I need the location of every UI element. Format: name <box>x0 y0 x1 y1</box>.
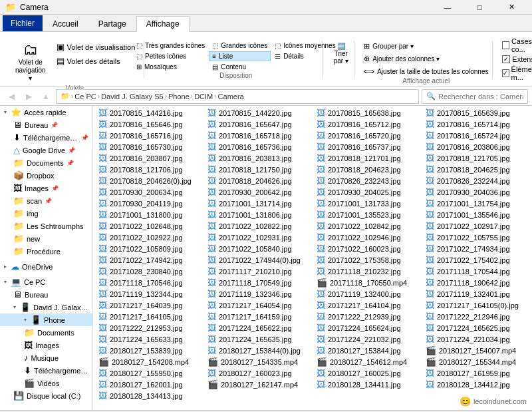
file-item[interactable]: 🖼20170930_200634.jpg <box>94 186 203 198</box>
tab-partage[interactable]: Partage <box>88 15 136 31</box>
file-item[interactable]: 🖼20171224_165625.jpg <box>422 322 531 333</box>
minimize-button[interactable]: — <box>432 0 463 15</box>
file-item[interactable]: 🖼20170816_203813.jpg <box>203 152 313 164</box>
file-item[interactable]: 🖼20170815_144216.jpg <box>94 107 203 118</box>
file-item[interactable]: 🖼20171001_131806.jpg <box>203 209 313 220</box>
petites-button[interactable]: ⬚ Petites icônes <box>133 51 208 61</box>
sidebar-item-schtroumphs[interactable]: 📁 Les Schtroumphs <box>0 220 92 232</box>
file-item[interactable]: 🖼20171217_164159.jpg <box>203 311 313 322</box>
file-item[interactable]: 🎬20171118_170550.mp4 <box>313 277 422 288</box>
file-item[interactable]: 🖼20180127_162001.jpg <box>94 379 203 390</box>
file-item[interactable]: 🖼20170930_204119.jpg <box>94 198 203 209</box>
file-item[interactable]: 🖼20170930_204036.jpg <box>422 186 531 198</box>
file-item[interactable]: 🖼20170818_204625.jpg <box>422 164 531 175</box>
file-item[interactable]: 🖼20170816_165714.jpg <box>422 118 531 130</box>
file-item[interactable]: 🖼20171224_221034.jpg <box>422 333 531 345</box>
grandes-button[interactable]: ⬚ Grandes icônes <box>209 41 271 51</box>
file-item[interactable]: 🖼20170815_165638.jpg <box>313 107 422 118</box>
file-item[interactable]: 🖼20171118_210232.jpg <box>313 266 422 277</box>
ajouter-colonnes-button[interactable]: ⊕ Ajouter des colonnes ▾ <box>360 53 443 65</box>
sidebar-item-docs2[interactable]: 📁 Documents <box>0 326 92 339</box>
file-item[interactable]: 🎬20180127_154612.mp4 <box>313 356 422 367</box>
search-box[interactable]: 🔍 <box>422 89 528 104</box>
file-item[interactable]: 🖼20180128_134412.jpg <box>422 379 531 390</box>
file-item[interactable]: 🖼20170818_121701.jpg <box>313 152 422 164</box>
file-item[interactable]: 🖼20171028_230840.jpg <box>94 266 203 277</box>
file-item[interactable]: 🖼20170816_165736.jpg <box>203 141 313 152</box>
file-item[interactable]: 🖼20170930_200642.jpg <box>203 186 313 198</box>
sidebar-item-img[interactable]: 📁 img <box>0 207 92 220</box>
file-item[interactable]: 🖼20171022_102917.jpg <box>422 220 531 232</box>
grouper-button[interactable]: ⊞ Grouper par ▾ <box>360 41 417 52</box>
file-item[interactable]: 🖼20171001_135523.jpg <box>313 209 422 220</box>
trier-button[interactable]: 🔤 Trier par ▾ <box>331 41 352 67</box>
file-item[interactable]: 🖼20170815_165639.jpg <box>422 107 531 118</box>
back-button[interactable]: ◀ <box>4 89 19 104</box>
file-item[interactable]: 🖼20170816_165724.jpg <box>422 130 531 141</box>
sidebar-item-phone[interactable]: ▾ 📱 Phone <box>0 313 92 326</box>
file-item[interactable]: 🖼20180128_134411.jpg <box>313 379 422 390</box>
file-item[interactable]: 🖼20171022_102931.jpg <box>203 232 313 243</box>
file-item[interactable]: 🖼20170816_165647.jpg <box>203 118 313 130</box>
file-item[interactable]: 🖼20180127_161959.jpg <box>422 367 531 379</box>
sidebar-item-procedure[interactable]: 📁 Procédure <box>0 245 92 258</box>
file-item[interactable]: 🖼20171118_190642.jpg <box>422 277 531 288</box>
sidebar-item-telechargements[interactable]: ⬇ Téléchargement... 📌 <box>0 131 92 144</box>
file-item[interactable]: 🖼20170930_204025.jpg <box>313 186 422 198</box>
sidebar-item-documents[interactable]: 📁 Documents 📌 <box>0 156 92 169</box>
file-item[interactable]: 🖼20170826_232243.jpg <box>313 175 422 186</box>
file-item[interactable]: 🖼20170816_165718.jpg <box>203 130 313 141</box>
sidebar-item-musique[interactable]: ♪ Musique <box>0 351 92 364</box>
breadcrumb[interactable]: 📁 › Ce PC › David J. Galaxy S5 › Phone ›… <box>56 89 419 104</box>
file-item[interactable]: 🖼20171224_165624.jpg <box>313 322 422 333</box>
file-item[interactable]: 🖼20171022_102648.jpg <box>94 220 203 232</box>
sidebar-item-new[interactable]: 📁 new <box>0 232 92 245</box>
file-item[interactable]: 🖼20171022_102922.jpg <box>94 232 203 243</box>
file-item[interactable]: 🎬20180127_154208.mp4 <box>94 356 203 367</box>
file-item[interactable]: 🖼20170818_121706.jpg <box>94 164 203 175</box>
file-item[interactable]: 🖼20170816_165646.jpg <box>94 118 203 130</box>
file-item[interactable]: 🖼20180128_134413.jpg <box>94 390 203 401</box>
file-item[interactable]: 🖼20171001_135546.jpg <box>422 209 531 220</box>
file-item[interactable]: 🖼20171022_174944(0).jpg <box>203 254 313 266</box>
file-item[interactable]: 🖼20171001_131754.jpg <box>422 198 531 209</box>
file-item[interactable]: 🖼20180127_155950.jpg <box>94 367 203 379</box>
file-item[interactable]: 🖼20171022_175358.jpg <box>313 254 422 266</box>
search-input[interactable] <box>438 93 523 101</box>
sidebar-item-bureau-quick[interactable]: 🖥 Bureau 📌 <box>0 118 92 131</box>
elements-checkbox[interactable]: Éléments m... <box>502 65 532 81</box>
file-item[interactable]: 🎬20180127_162147.mp4 <box>203 379 313 390</box>
sidebar-item-google-drive[interactable]: △ Google Drive 📌 <box>0 144 92 156</box>
file-item[interactable]: 🖼20171222_212946.jpg <box>422 311 531 322</box>
file-item[interactable]: 🖼20171217_164105(0).jpg <box>422 300 531 311</box>
file-item[interactable]: 🖼20171119_132346.jpg <box>203 288 313 300</box>
tab-fichier[interactable]: Fichier <box>3 15 43 31</box>
tab-accueil[interactable]: Accueil <box>43 15 88 31</box>
file-item[interactable]: 🖼20170818_121750.jpg <box>203 164 313 175</box>
file-item[interactable]: 🖼20170818_204626.jpg <box>203 175 313 186</box>
file-item[interactable]: 🖼20171222_212939.jpg <box>313 311 422 322</box>
forward-button[interactable]: ▶ <box>21 89 36 104</box>
file-item[interactable]: 🖼20180127_160023.jpg <box>203 367 313 379</box>
file-item[interactable]: 🖼20171117_210210.jpg <box>203 266 313 277</box>
file-item[interactable]: 🖼20171001_131733.jpg <box>313 198 422 209</box>
file-item[interactable]: 🖼20171118_170544.jpg <box>422 266 531 277</box>
file-item[interactable]: 🖼20171118_170549.jpg <box>203 277 313 288</box>
file-item[interactable]: 🖼20171022_102946.jpg <box>313 232 422 243</box>
tres-grandes-button[interactable]: ⬚ Très grandes icônes <box>133 41 208 51</box>
file-item[interactable]: 🖼20170818_204626(0).jpg <box>94 175 203 186</box>
sidebar-item-images2[interactable]: 🖼 Images <box>0 339 92 351</box>
file-item[interactable]: 🖼20170816_165730.jpg <box>94 141 203 152</box>
file-item[interactable]: 🖼20170818_121705.jpg <box>422 152 531 164</box>
sidebar-item-disque[interactable]: 💾 Disque local (C:) <box>0 389 92 402</box>
file-item[interactable]: 🖼20171217_164039.jpg <box>94 300 203 311</box>
sidebar-item-images[interactable]: 🖼 Images 📌 <box>0 182 92 194</box>
mosaiques-button[interactable]: ⊞ Mosaïques <box>133 62 208 72</box>
volet-visualisation-button[interactable]: ▣ Volet de visualisation <box>53 41 139 53</box>
file-item[interactable]: 🖼20171022_160023.jpg <box>313 243 422 254</box>
file-item[interactable]: 🖼20170826_232244.jpg <box>422 175 531 186</box>
up-button[interactable]: ▲ <box>39 89 53 104</box>
file-item[interactable]: 🖼20171119_132400.jpg <box>313 288 422 300</box>
file-item[interactable]: 🖼20170816_165716.jpg <box>94 130 203 141</box>
file-item[interactable]: 🖼20171224_165635.jpg <box>203 333 313 345</box>
